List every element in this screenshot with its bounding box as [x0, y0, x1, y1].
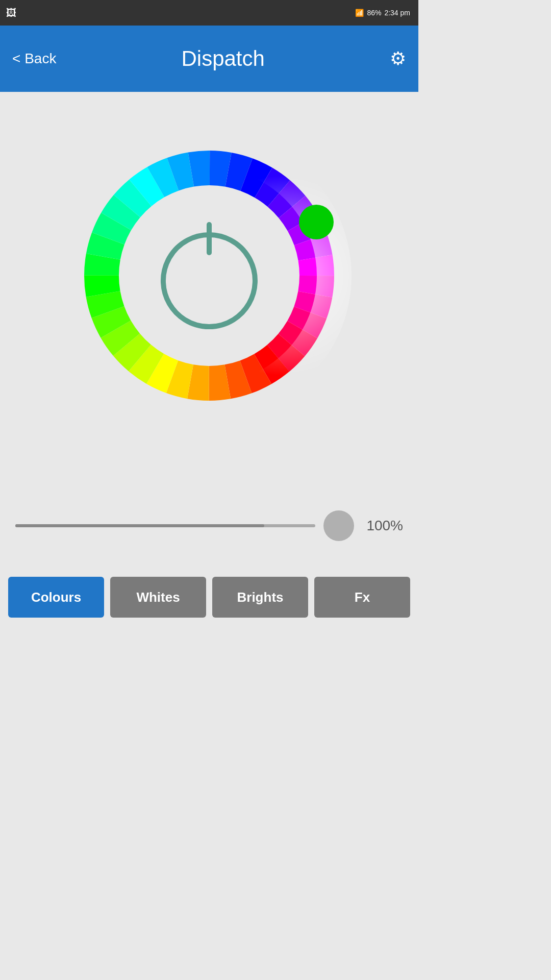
ring-white-fade	[84, 151, 334, 401]
time-text: 2:34 pm	[384, 9, 410, 17]
status-icons: 📶 86% 2:34 pm	[355, 9, 410, 17]
status-bar: 🖼 📶 86% 2:34 pm	[0, 0, 418, 26]
tab-brights[interactable]: Brights	[212, 577, 308, 618]
color-knob[interactable]	[299, 205, 334, 239]
main-content: .wheel-ring { fill: none; stroke-width: …	[0, 92, 418, 633]
photo-icon: 🖼	[6, 7, 16, 19]
slider-thumb[interactable]	[323, 510, 354, 541]
battery-text: 86%	[367, 9, 381, 17]
tab-colours[interactable]: Colours	[8, 577, 104, 618]
slider-value: 100%	[362, 518, 403, 534]
tab-whites[interactable]: Whites	[110, 577, 206, 618]
slider-fill	[15, 524, 264, 527]
settings-button[interactable]: ⚙	[390, 48, 406, 69]
back-button[interactable]: < Back	[12, 51, 56, 67]
color-wheel-container[interactable]: .wheel-ring { fill: none; stroke-width: …	[66, 133, 352, 419]
color-wheel-svg[interactable]: .wheel-ring { fill: none; stroke-width: …	[66, 133, 352, 419]
wifi-icon: 📶	[355, 9, 364, 17]
page-title: Dispatch	[181, 46, 264, 71]
power-icon-group[interactable]	[163, 225, 255, 327]
bottom-tabs: Colours Whites Brights Fx	[0, 561, 418, 633]
header: < Back Dispatch ⚙	[0, 26, 418, 92]
brightness-slider-area: 100%	[0, 510, 418, 541]
slider-track[interactable]	[15, 524, 315, 527]
tab-fx[interactable]: Fx	[314, 577, 410, 618]
